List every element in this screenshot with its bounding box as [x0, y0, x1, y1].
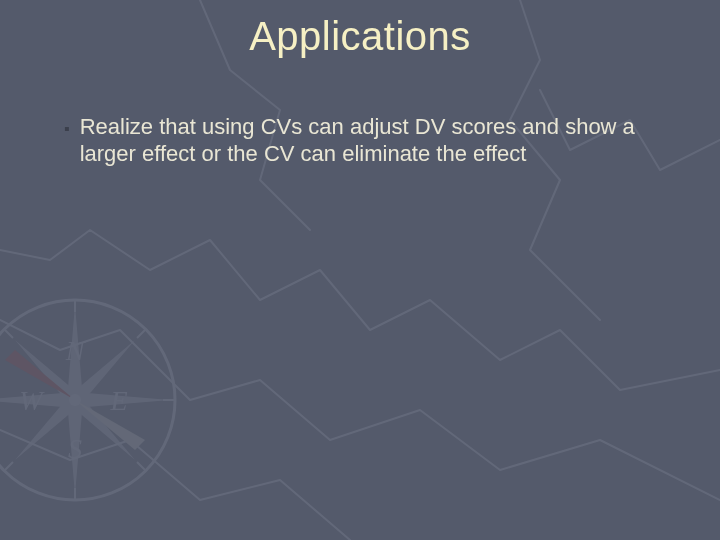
svg-text:N: N — [65, 335, 86, 366]
svg-text:W: W — [19, 385, 45, 416]
list-item: ▪ Realize that using CVs can adjust DV s… — [64, 114, 680, 168]
svg-point-20 — [69, 394, 81, 406]
svg-marker-10 — [67, 305, 83, 495]
svg-line-5 — [137, 330, 145, 338]
svg-marker-12 — [15, 340, 135, 460]
svg-line-6 — [5, 330, 13, 338]
svg-text:S: S — [68, 433, 82, 464]
svg-line-8 — [5, 462, 13, 470]
slide-title: Applications — [0, 14, 720, 59]
bullet-marker-icon: ▪ — [64, 116, 70, 142]
svg-marker-13 — [15, 340, 135, 460]
bullet-text: Realize that using CVs can adjust DV sco… — [80, 114, 680, 168]
slide: N E S W Applications ▪ Realize that usin… — [0, 0, 720, 540]
svg-text:E: E — [109, 385, 127, 416]
svg-point-9 — [0, 300, 175, 500]
svg-marker-11 — [0, 392, 170, 408]
compass-map-background: N E S W — [0, 0, 720, 540]
bullet-list: ▪ Realize that using CVs can adjust DV s… — [64, 114, 680, 168]
svg-marker-18 — [5, 350, 75, 400]
svg-marker-19 — [75, 400, 145, 450]
svg-point-0 — [0, 300, 175, 500]
svg-line-7 — [137, 462, 145, 470]
